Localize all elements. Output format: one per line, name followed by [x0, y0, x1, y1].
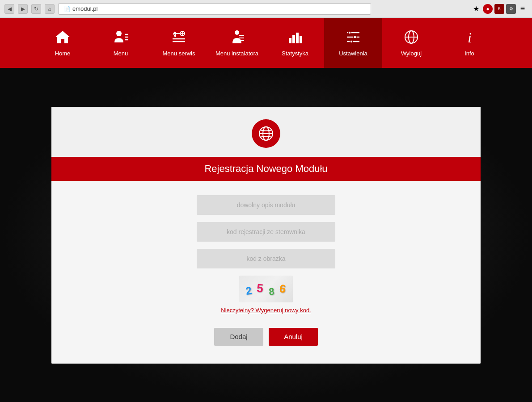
svg-point-10 [235, 30, 239, 35]
sidebar-item-menu-serwis[interactable]: Menu serwis [150, 18, 208, 68]
sidebar-item-ustawienia[interactable]: Ustawienia [324, 18, 382, 68]
svg-rect-16 [296, 33, 299, 43]
sidebar-item-wyloguj[interactable]: Wyloguj [382, 18, 440, 68]
button-row: Dodaj Anuluj [214, 328, 318, 346]
card-globe-area [51, 107, 481, 157]
menu-instalatora-icon [229, 29, 245, 47]
refresh-button[interactable]: ↻ [31, 4, 41, 14]
sidebar-item-statystyka[interactable]: Statystyka [266, 18, 324, 68]
home-label: Home [55, 50, 71, 57]
registration-code-input[interactable] [197, 222, 335, 242]
cancel-button[interactable]: Anuluj [269, 328, 318, 346]
url-text: emodul.pl [72, 5, 97, 12]
navbar: Home Menu [0, 18, 532, 68]
sidebar-item-home[interactable]: Home [34, 18, 92, 68]
svg-point-22 [354, 36, 356, 38]
menu-label: Menu [114, 50, 128, 57]
ustawienia-icon [345, 29, 361, 47]
forward-button[interactable]: ▶ [18, 4, 28, 14]
browser-ext-1[interactable]: ● [483, 4, 493, 14]
svg-point-21 [348, 31, 351, 34]
browser-actions: ★ ● K ⚙ ≡ [471, 4, 528, 14]
globe-icon [252, 119, 280, 148]
svg-rect-17 [300, 36, 302, 43]
sidebar-item-menu-instalatora[interactable]: Menu instalatora [208, 18, 266, 68]
svg-marker-0 [55, 31, 70, 43]
home-icon [55, 29, 71, 47]
sidebar-item-info[interactable]: i Info [440, 18, 498, 68]
wyloguj-icon [403, 29, 419, 47]
menu-dots[interactable]: ≡ [518, 4, 528, 14]
menu-icon [113, 29, 129, 47]
browser-chrome: ◀ ▶ ↻ ⌂ 📄 emodul.pl ★ ● K ⚙ ≡ [0, 0, 532, 18]
statystyka-icon [287, 29, 303, 47]
menu-serwis-label: Menu serwis [163, 50, 195, 57]
refresh-captcha-link[interactable]: Nieczytelny? Wygeneruj nowy kod. [221, 307, 311, 314]
navbar-inner: Home Menu [34, 18, 498, 68]
svg-text:i: i [468, 29, 472, 45]
wyloguj-label: Wyloguj [401, 50, 422, 57]
home-button[interactable]: ⌂ [45, 4, 55, 14]
url-bar[interactable]: 📄 emodul.pl [58, 3, 371, 15]
captcha-numbers: 2 5 8 6 [245, 282, 286, 296]
menu-serwis-icon [171, 29, 187, 47]
info-label: Info [464, 50, 474, 57]
menu-instalatora-label: Menu instalatora [215, 50, 258, 57]
star-button[interactable]: ★ [471, 4, 481, 14]
ustawienia-label: Ustawienia [339, 50, 367, 57]
description-input[interactable] [197, 195, 335, 215]
svg-rect-15 [292, 35, 295, 43]
statystyka-label: Statystyka [282, 50, 308, 57]
card-title: Rejestracja Nowego Modułu [51, 157, 481, 181]
svg-point-23 [350, 40, 353, 43]
browser-ext-3[interactable]: ⚙ [506, 4, 516, 14]
info-icon: i [461, 29, 477, 47]
main-content: Rejestracja Nowego Modułu 2 5 8 6 Nieczy… [0, 68, 532, 402]
add-button[interactable]: Dodaj [214, 328, 263, 346]
sidebar-item-menu[interactable]: Menu [92, 18, 150, 68]
captcha-input[interactable] [197, 249, 335, 268]
browser-ext-2[interactable]: K [494, 4, 504, 14]
captcha-image: 2 5 8 6 [239, 276, 293, 302]
svg-point-1 [116, 31, 122, 36]
registration-card: Rejestracja Nowego Modułu 2 5 8 6 Nieczy… [51, 107, 481, 364]
card-body: 2 5 8 6 Nieczytelny? Wygeneruj nowy kod.… [51, 181, 481, 364]
svg-rect-14 [289, 38, 291, 43]
back-button[interactable]: ◀ [4, 4, 14, 14]
